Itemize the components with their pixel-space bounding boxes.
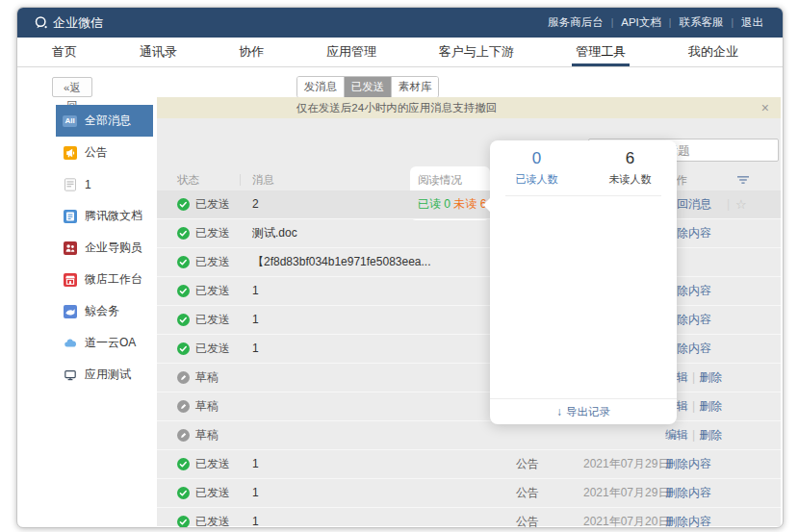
tab-发消息[interactable]: 发消息 [297,77,345,97]
table-row[interactable]: 已发送1公告2021年07月29日删除内容 [157,450,781,479]
nav-item-应用管理[interactable]: 应用管理 [321,38,382,66]
status-label: 已发送 [195,306,230,334]
unread-count-label: 未读人数 [583,172,677,187]
popover-stats: 0 已读人数 6 未读人数 [490,140,677,187]
status-label: 草稿 [195,364,219,392]
table-row[interactable]: 已发送1删除内容 [157,335,781,364]
status-cell: 已发送 [177,335,230,363]
status-label: 已发送 [195,248,230,276]
top-link[interactable]: 服务商后台 [540,15,611,30]
message-cell: 【2f8d83bf034b1e971fe5083eea... [252,248,431,276]
sent-check-icon [177,458,190,470]
message-cell: 2 [252,190,259,218]
table-row[interactable]: 草稿编辑|删除 [157,393,781,421]
unread-count-text: 未读 6 [453,197,486,211]
status-label: 已发送 [195,479,230,507]
message-cell: 1 [252,277,259,305]
top-link[interactable]: 退出 [734,15,771,30]
sidebar-item-1[interactable]: 1 [56,168,153,200]
table-row[interactable]: 已发送【2f8d83bf034b1e971fe5083eea... [157,248,781,277]
table-row[interactable]: 草稿编辑|删除 [157,421,781,450]
status-cell: 已发送 [177,219,230,247]
sidebar-item-应用测试[interactable]: 应用测试 [56,359,153,391]
export-records-label: 导出记录 [566,405,610,419]
date-cell: 2021年07月20日 [583,508,669,528]
action-link-删除[interactable]: 删除 [699,428,722,442]
draft-icon [177,371,190,384]
sidebar-item-鲸会务[interactable]: 鲸会务 [56,295,153,327]
close-icon[interactable]: × [759,97,772,118]
sent-check-icon [177,516,190,528]
top-links: 服务商后台|API文档|联系客服|退出 [540,8,771,38]
status-cell: 草稿 [177,421,219,449]
action-link-删除内容[interactable]: 删除内容 [665,515,711,528]
status-cell: 已发送 [177,277,230,305]
action-link-删除[interactable]: 删除 [699,370,722,384]
sidebar-item-label: 鲸会务 [85,303,119,319]
read-count-text: 已读 0 [418,197,453,211]
sent-check-icon [177,285,190,297]
status-label: 草稿 [195,421,219,449]
top-link[interactable]: 联系客服 [671,15,731,30]
message-cell: 1 [252,335,259,363]
table-row[interactable]: 已发送1公告2021年07月20日删除内容 [157,508,781,528]
nav-item-我的企业[interactable]: 我的企业 [682,38,744,66]
table-row[interactable]: 已发送2已读 0 未读 6撤回消息|☆ [157,190,781,219]
action-separator: | [688,399,699,413]
top-link[interactable]: API文档 [613,15,669,30]
sidebar-item-全部消息[interactable]: All全部消息 [56,105,153,137]
nav-item-首页[interactable]: 首页 [46,38,83,66]
all-badge-icon: All [63,115,77,127]
table-row[interactable]: 已发送1公告2021年07月29日删除内容 [157,479,781,508]
sidebar-item-腾讯微文档[interactable]: 腾讯微文档 [56,200,153,232]
back-button[interactable]: «返回 [52,77,92,97]
header-read-status: 阅读情况 [418,169,462,190]
status-cell: 已发送 [177,479,230,507]
type-cell: 公告 [516,479,539,507]
action-cell: 删除内容 [665,450,711,478]
cloud-blue-icon [63,336,77,350]
action-link-删除内容[interactable]: 删除内容 [665,486,711,499]
action-cell: 删除内容 [665,479,711,507]
table-row[interactable]: 已发送1删除内容 [157,306,781,335]
status-label: 已发送 [195,335,230,363]
action-link-编辑[interactable]: 编辑 [665,428,688,442]
star-icon[interactable]: ☆ [735,190,747,218]
read-status-popover: 0 已读人数 6 未读人数 ↓ 导出记录 [490,140,677,424]
sidebar-item-label: 腾讯微文档 [85,208,142,224]
table-row[interactable]: 已发送1删除内容 [157,277,781,306]
table-row[interactable]: 已发送测试.doc删除内容 [157,219,781,248]
star-column-divider: | [727,190,730,218]
action-link-删除内容[interactable]: 删除内容 [665,457,711,470]
action-link-删除[interactable]: 删除 [699,399,722,413]
header-status: 状态 [177,169,199,190]
sidebar-item-公告[interactable]: 公告 [56,137,153,168]
table-row[interactable]: 草稿编辑|删除 [157,364,781,393]
sidebar-item-企业导购员[interactable]: 企业导购员 [56,232,153,264]
wework-logo-icon [34,15,48,30]
nav-item-协作[interactable]: 协作 [233,38,270,66]
draft-icon [177,400,190,413]
export-records-button[interactable]: ↓ 导出记录 [490,398,677,424]
filter-icon[interactable] [736,174,750,188]
tab-已发送[interactable]: 已发送 [345,77,392,97]
brand: 企业微信 [34,8,103,38]
nav-item-客户与上下游[interactable]: 客户与上下游 [433,38,520,66]
read-count: 0 [490,149,583,168]
nav-item-管理工具[interactable]: 管理工具 [570,38,631,66]
brand-name: 企业微信 [53,14,103,32]
all-badge-icon: All [63,114,77,128]
status-cell: 已发送 [177,248,230,276]
read-status-cell[interactable]: 已读 0 未读 6 [418,190,486,218]
sidebar-item-道一云OA[interactable]: 道一云OA [56,327,153,359]
sidebar-item-微店工作台[interactable]: 微店工作台 [56,264,153,295]
message-cell: 1 [252,479,259,507]
status-cell: 已发送 [177,508,230,528]
whale-blue-icon [63,304,77,318]
sent-check-icon [177,314,190,326]
nav-item-通讯录[interactable]: 通讯录 [134,38,183,66]
megaphone-icon [63,145,77,160]
status-cell: 已发送 [177,306,230,334]
sidebar-item-label: 企业导购员 [85,240,142,256]
tab-素材库[interactable]: 素材库 [392,77,438,97]
